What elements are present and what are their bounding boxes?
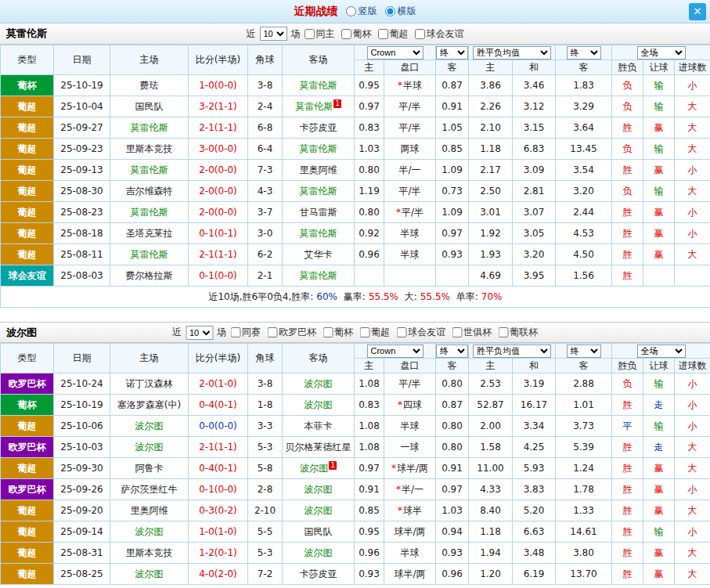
team-link[interactable]: 莫雷伦斯: [131, 249, 168, 260]
away-team-cell: 卡莎皮亚: [283, 117, 355, 139]
team-link[interactable]: 卡莎皮亚: [300, 122, 337, 133]
filter-option[interactable]: 葡超: [359, 326, 390, 339]
team-link[interactable]: 圣塔克莱拉: [126, 228, 173, 239]
wdl-result-cell: 胜: [612, 564, 643, 585]
filter-checkbox[interactable]: [452, 327, 462, 337]
filter-option[interactable]: 葡杯: [341, 27, 372, 41]
filter-checkbox[interactable]: [323, 327, 333, 337]
league-type-cell: 葡超: [1, 244, 54, 265]
handicap-cell: *半/一: [384, 479, 436, 500]
filter-option[interactable]: 葡杯: [323, 326, 353, 339]
recent-count-select[interactable]: 10: [260, 27, 287, 41]
team-link[interactable]: 萨尔茨堡红牛: [121, 484, 178, 495]
filter-option[interactable]: 球会友谊: [415, 27, 464, 41]
team-link[interactable]: 莫雷伦斯: [131, 207, 168, 218]
close-button[interactable]: ✕: [689, 3, 706, 20]
team-link[interactable]: 莫雷伦斯: [300, 186, 337, 197]
team-link[interactable]: 里斯本竞技: [126, 547, 173, 558]
avg-away-odds-cell: 3.29: [556, 96, 612, 117]
recent-count-select[interactable]: 10: [186, 326, 213, 340]
team-link[interactable]: 贝尔格莱德红星: [286, 442, 351, 453]
filter-checkbox[interactable]: [341, 29, 351, 39]
avg-home-odds-cell: 3.01: [469, 202, 513, 223]
filter-option[interactable]: 球会友谊: [396, 326, 445, 339]
goals-result-cell: 小: [675, 521, 710, 543]
team-link[interactable]: 莫雷伦斯: [295, 101, 333, 112]
layout-radio-vertical-input[interactable]: [346, 6, 356, 16]
team-link[interactable]: 波尔图: [305, 547, 333, 558]
team-link[interactable]: 国民队: [305, 526, 333, 537]
team-link[interactable]: 里斯本竞技: [126, 143, 173, 154]
filter-checkbox[interactable]: [359, 327, 369, 337]
handicap-result-cell: 输: [643, 416, 675, 437]
team-link[interactable]: 波尔图: [305, 399, 333, 410]
team-link[interactable]: 诺丁汉森林: [126, 378, 173, 389]
filter-option[interactable]: 同主: [305, 27, 335, 41]
scope-select[interactable]: 全场: [637, 345, 686, 358]
team-link[interactable]: 波尔图: [305, 484, 333, 495]
near-label: 近: [172, 326, 182, 339]
team-link[interactable]: 费珐: [140, 80, 159, 91]
matches-label: 场: [217, 326, 226, 339]
team-link[interactable]: 莫雷伦斯: [131, 164, 168, 175]
filter-checkbox[interactable]: [267, 327, 277, 337]
away-odds-cell: 1.09: [436, 160, 469, 181]
filter-option[interactable]: 世俱杯: [452, 326, 492, 339]
final-odds-select[interactable]: 终: [436, 345, 468, 358]
team-link[interactable]: 波尔图: [300, 463, 328, 474]
filter-checkbox[interactable]: [415, 29, 425, 39]
filter-checkbox[interactable]: [378, 29, 388, 39]
layout-radio-vertical[interactable]: 竖版: [346, 5, 377, 18]
layout-radio-horizontal-input[interactable]: [385, 6, 395, 16]
team-link[interactable]: 波尔图: [135, 568, 164, 579]
handicap-result-cell: 输: [643, 181, 675, 202]
wdl-average-select[interactable]: 胜平负均值: [473, 345, 551, 358]
team-link[interactable]: 本菲卡: [305, 420, 333, 431]
filter-checkbox[interactable]: [498, 327, 508, 337]
handicap-result-cell: 输: [643, 373, 675, 395]
filter-checkbox[interactable]: [396, 327, 406, 337]
team-link[interactable]: 吉尔维森特: [126, 186, 173, 197]
team-link[interactable]: 波尔图: [135, 442, 164, 453]
filter-option[interactable]: 葡超: [378, 27, 409, 41]
team-link[interactable]: 国民队: [135, 101, 164, 112]
final-odds-select[interactable]: 终: [436, 46, 468, 60]
col-bookmaker: Crown: [355, 45, 436, 60]
layout-radio-horizontal[interactable]: 横版: [385, 5, 416, 18]
filter-option[interactable]: 欧罗巴杯: [267, 326, 316, 339]
final-wdl-select[interactable]: 终: [567, 345, 601, 358]
team-link[interactable]: 艾华卡: [305, 249, 333, 260]
team-link[interactable]: 费尔格拉斯: [126, 270, 173, 281]
filter-checkbox[interactable]: [230, 327, 240, 337]
team-link[interactable]: 卡莎皮亚: [300, 568, 337, 579]
team-link[interactable]: 莫雷伦斯: [300, 270, 337, 281]
team-link[interactable]: 莫雷伦斯: [131, 122, 168, 133]
avg-home-odds-cell: 4.69: [469, 265, 513, 287]
team-link[interactable]: 波尔图: [135, 526, 164, 537]
team-link[interactable]: 莫雷伦斯: [300, 143, 337, 154]
avg-away-odds-cell: 3.20: [556, 181, 612, 202]
home-odds-cell: 1.08: [355, 416, 384, 437]
team-link[interactable]: 里奥阿维: [131, 505, 168, 516]
team-link[interactable]: 莫雷伦斯: [300, 80, 337, 91]
team-link[interactable]: 波尔图: [135, 420, 164, 431]
score-cell: 2-1(1-1): [189, 437, 248, 458]
final-wdl-select[interactable]: 终: [567, 46, 601, 60]
team-link[interactable]: 塞洛罗森塞(中): [117, 399, 181, 410]
team-link[interactable]: 阿鲁卡: [135, 463, 164, 474]
team-link[interactable]: 里奥阿维: [300, 164, 337, 175]
bookmaker-select[interactable]: Crown: [367, 46, 423, 60]
wdl-average-select[interactable]: 胜平负均值: [473, 46, 551, 60]
filter-option[interactable]: 同赛: [230, 326, 261, 339]
team-link[interactable]: 莫雷伦斯: [300, 228, 337, 239]
filter-option[interactable]: 葡联杯: [498, 326, 538, 339]
handicap-result-cell: 走: [643, 437, 675, 458]
team-link[interactable]: 波尔图: [305, 378, 333, 389]
handicap-cell: *球半: [384, 500, 436, 521]
team-link[interactable]: 波尔图: [305, 505, 333, 516]
handicap-result-cell: 输: [643, 139, 675, 160]
bookmaker-select[interactable]: Crown: [367, 345, 423, 358]
team-link[interactable]: 甘马雷斯: [300, 207, 337, 218]
scope-select[interactable]: 全场: [637, 46, 686, 60]
filter-checkbox[interactable]: [305, 29, 315, 39]
